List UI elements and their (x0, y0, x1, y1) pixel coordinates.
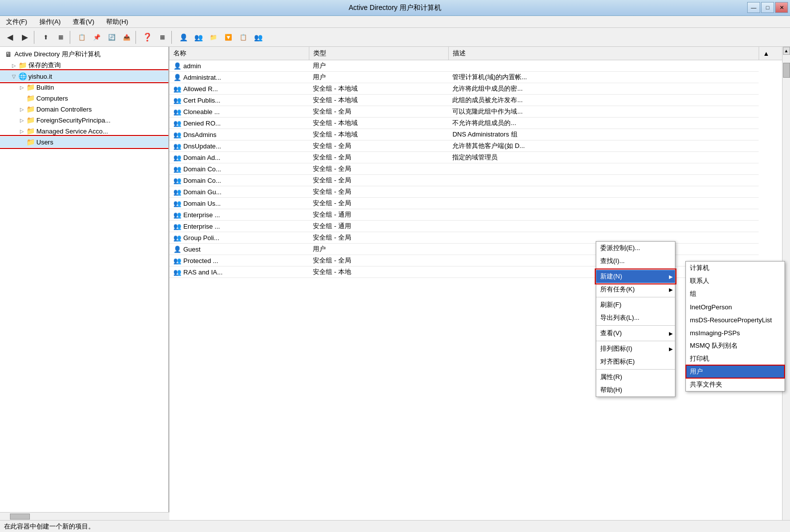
row-type: 安全组 - 通用 (309, 209, 448, 221)
tree-builtin[interactable]: ▷ 📁 Builtin (0, 82, 168, 93)
row-desc: DNS Administrators 组 (448, 129, 759, 140)
computers-folder-icon: 📁 (26, 94, 35, 102)
table-row[interactable]: 👥Enterprise ...安全组 - 通用 (169, 221, 790, 232)
col-name[interactable]: 名称 (169, 47, 309, 60)
ctx-view[interactable]: 查看(V) ▶ (596, 327, 675, 340)
table-row[interactable]: 👥DnsAdmins安全组 - 本地域DNS Administrators 组 (169, 129, 790, 140)
users-folder-icon: 📁 (26, 138, 35, 146)
expand-builtin[interactable]: ▷ (18, 83, 26, 91)
status-text: 在此容器中创建一个新的项目。 (4, 522, 95, 531)
ctx-sep-3 (596, 325, 675, 326)
row-name: Guest (183, 246, 201, 253)
table-row[interactable]: 👥Domain Co...安全组 - 全局 (169, 175, 790, 186)
col-type[interactable]: 类型 (309, 47, 448, 60)
table-row[interactable]: 👥Domain Ad...安全组 - 全局指定的域管理员 (169, 152, 790, 163)
close-button[interactable]: ✕ (775, 2, 788, 13)
export-button[interactable]: 📤 (120, 30, 133, 44)
forward-button[interactable]: ▶ (18, 30, 32, 44)
ctx-export[interactable]: 导出列表(L)... (596, 311, 675, 324)
window-controls: — □ ✕ (747, 2, 788, 13)
table-row[interactable]: 👥Denied RO...安全组 - 本地域不允许将此组成员的... (169, 118, 790, 129)
expand-foreign[interactable]: ▷ (18, 116, 26, 124)
submenu-inetorgperson[interactable]: InetOrgPerson (686, 300, 785, 313)
row-desc: 允许将此组中成员的密... (448, 83, 759, 95)
row-name: Domain Us... (183, 200, 221, 207)
submenu-printer[interactable]: 打印机 (686, 352, 785, 365)
submenu-computer[interactable]: 计算机 (686, 262, 785, 274)
tree-users[interactable]: 📁 Users (0, 136, 168, 147)
ctx-refresh[interactable]: 刷新(F) (596, 298, 675, 311)
ctx-new[interactable]: 新建(N) ▶ (596, 270, 675, 283)
group-icon: 👥 (173, 131, 181, 138)
row-name: Allowed R... (183, 85, 218, 93)
expand-managed[interactable]: ▷ (18, 127, 26, 135)
foreign-folder-icon: 📁 (26, 116, 35, 124)
copy-button[interactable]: 📋 (75, 30, 89, 44)
table-row[interactable]: 👥DnsUpdate...安全组 - 全局允许替其他客户端(如 D... (169, 140, 790, 152)
view-button[interactable]: ▦ (54, 30, 68, 44)
help-button[interactable]: ❓ (140, 30, 154, 44)
row-name: Domain Co... (183, 165, 221, 173)
ctx-properties[interactable]: 属性(R) (596, 371, 675, 384)
refresh-button[interactable]: 🔄 (105, 30, 119, 44)
tree-saved-queries[interactable]: ▷ 📁 保存的查询 (0, 60, 168, 71)
table-row[interactable]: 👥Allowed R...安全组 - 本地域允许将此组中成员的密... (169, 83, 790, 95)
tree-domain-controllers[interactable]: ▷ 📁 Domain Controllers (0, 104, 168, 115)
properties-button[interactable]: 📋 (236, 30, 250, 44)
ctx-all-tasks[interactable]: 所有任务(K) ▶ (596, 283, 675, 296)
table-row[interactable]: 👥Cert Publis...安全组 - 本地域此组的成员被允许发布... (169, 95, 790, 106)
col-desc[interactable]: 描述 (448, 47, 759, 60)
ctx-find[interactable]: 查找(I)... (596, 255, 675, 267)
table-row[interactable]: 👥Enterprise ...安全组 - 通用 (169, 209, 790, 221)
row-type: 安全组 - 通用 (309, 221, 448, 232)
computers-label: Computers (36, 95, 68, 102)
scroll-thumb[interactable] (783, 63, 790, 78)
tree-computers[interactable]: 📁 Computers (0, 93, 168, 104)
menu-help[interactable]: 帮助(H) (104, 16, 130, 27)
table-row[interactable]: 👥Cloneable ...安全组 - 全局可以克隆此组中作为域... (169, 106, 790, 118)
submenu-msmq[interactable]: MSMQ 队列别名 (686, 339, 785, 352)
new-user-button[interactable]: 👤 (176, 30, 190, 44)
new-ou-button[interactable]: 📁 (206, 30, 220, 44)
submenu-msimaging[interactable]: msImaging-PSPs (686, 326, 785, 339)
submenu-user[interactable]: 用户 (686, 365, 785, 378)
expand-dc[interactable]: ▷ (18, 105, 26, 113)
expand-saved-queries[interactable]: ▷ (10, 61, 18, 69)
menu-view[interactable]: 查看(V) (71, 16, 96, 27)
scroll-up-btn[interactable]: ▲ (783, 47, 790, 55)
table-row[interactable]: 👥Domain Us...安全组 - 全局 (169, 198, 790, 209)
tree-root[interactable]: 🖥 Active Directory 用户和计算机 (0, 49, 168, 60)
mmc-button[interactable]: ▦ (155, 30, 169, 44)
minimize-button[interactable]: — (747, 2, 760, 13)
new-group-button[interactable]: 👥 (191, 30, 205, 44)
submenu-contact[interactable]: 联系人 (686, 274, 785, 287)
submenu-group[interactable]: 组 (686, 287, 785, 300)
menu-file[interactable]: 文件(F) (4, 16, 29, 27)
tree-domain[interactable]: ▽ 🌐 yishuo.it (0, 71, 168, 82)
paste-button[interactable]: 📌 (90, 30, 104, 44)
h-scrollbar[interactable] (0, 512, 169, 520)
row-desc (448, 198, 759, 209)
table-row[interactable]: 👤admin用户 (169, 60, 790, 72)
expand-domain[interactable]: ▽ (10, 72, 18, 80)
up-button[interactable]: ⬆ (39, 30, 53, 44)
table-row[interactable]: 👥Group Poli...安全组 - 全局 (169, 232, 790, 244)
table-row[interactable]: 👥Domain Co...安全组 - 全局 (169, 163, 790, 175)
submenu-msds[interactable]: msDS-ResourcePropertyList (686, 313, 785, 326)
h-scroll-thumb[interactable] (10, 514, 30, 520)
ctx-align[interactable]: 对齐图标(E) (596, 355, 675, 368)
tree-managed[interactable]: ▷ 📁 Managed Service Acco... (0, 126, 168, 136)
ctx-delegate[interactable]: 委派控制(E)... (596, 242, 675, 255)
maximize-button[interactable]: □ (761, 2, 774, 13)
filter-button[interactable]: 🔽 (221, 30, 235, 44)
delegate-button[interactable]: 👥 (251, 30, 265, 44)
ctx-arrange[interactable]: 排列图标(I) ▶ (596, 342, 675, 355)
submenu-shared-folder[interactable]: 共享文件夹 (686, 378, 785, 391)
back-button[interactable]: ◀ (3, 30, 17, 44)
menu-action[interactable]: 操作(A) (37, 16, 63, 27)
ctx-help[interactable]: 帮助(H) (596, 384, 675, 397)
tree-foreign[interactable]: ▷ 📁 ForeignSecurityPrincipa... (0, 115, 168, 126)
table-row[interactable]: 👤Administrat...用户管理计算机(域)的内置帐... (169, 72, 790, 83)
table-row[interactable]: 👤Guest用户 (169, 244, 790, 255)
table-row[interactable]: 👥Domain Gu...安全组 - 全局 (169, 186, 790, 198)
